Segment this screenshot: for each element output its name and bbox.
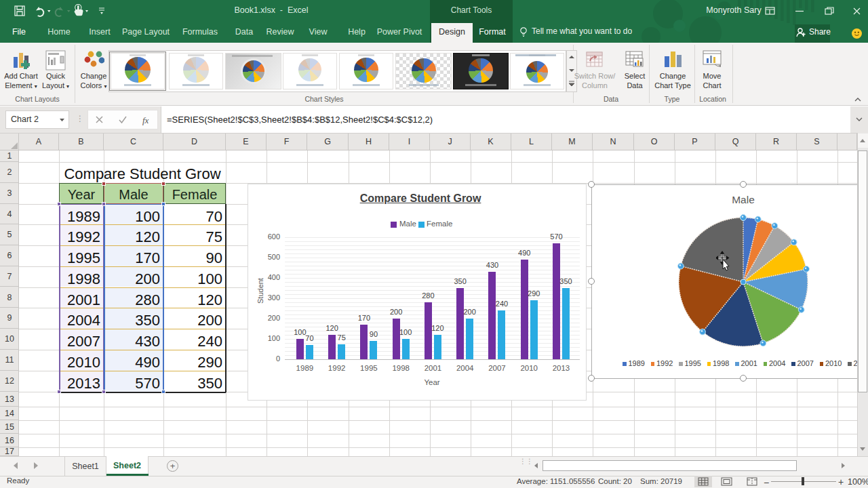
svg-text:fx: fx: [142, 115, 149, 125]
